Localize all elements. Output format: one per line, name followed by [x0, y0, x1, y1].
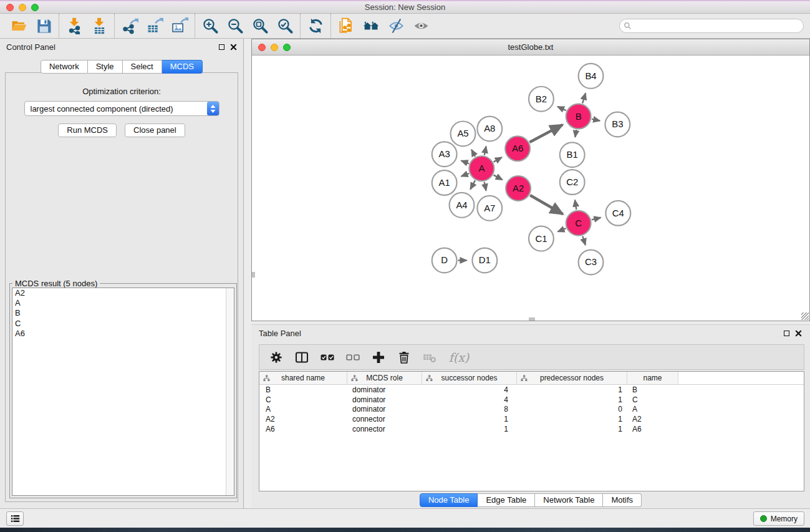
task-history-button[interactable]: [6, 511, 24, 526]
home-view-button[interactable]: [359, 16, 383, 37]
mcds-result-item[interactable]: A6: [12, 329, 234, 339]
table-row[interactable]: Bdominator41B: [259, 385, 804, 395]
network-close-button[interactable]: [258, 44, 266, 51]
graph-node-B3[interactable]: B3: [605, 112, 630, 137]
graph-edge-A2-C[interactable]: [530, 195, 563, 214]
tab-motifs[interactable]: Motifs: [603, 493, 642, 507]
table-row[interactable]: Adominator80A: [259, 405, 804, 415]
graph-node-B4[interactable]: B4: [579, 64, 604, 89]
hide-panel-button[interactable]: [383, 16, 408, 37]
graph-node-A[interactable]: A: [469, 156, 494, 181]
tab-network[interactable]: Network: [41, 60, 88, 74]
export-table-button[interactable]: [142, 16, 167, 37]
result-scrollbar[interactable]: [226, 288, 234, 495]
split-table-view-button[interactable]: [291, 347, 312, 368]
column-header-successor-nodes[interactable]: successor nodes: [422, 372, 517, 384]
mcds-result-item[interactable]: A2: [12, 288, 234, 298]
zoom-fit-button[interactable]: [248, 16, 272, 37]
graph-node-A4[interactable]: A4: [450, 193, 475, 218]
mcds-result-item[interactable]: A: [12, 298, 234, 308]
memory-button[interactable]: Memory: [753, 511, 804, 526]
graph-node-C2[interactable]: C2: [560, 170, 585, 195]
mcds-result-item[interactable]: B: [12, 308, 234, 318]
graph-edge-A-A8[interactable]: [485, 147, 486, 155]
column-header-predecessor-nodes[interactable]: predecessor nodes: [517, 372, 627, 384]
mcds-result-item[interactable]: C: [12, 319, 234, 329]
refresh-layout-button[interactable]: [303, 16, 328, 37]
zoom-selected-button[interactable]: [272, 16, 297, 37]
tab-style[interactable]: Style: [88, 60, 123, 74]
settings-gear-button[interactable]: [266, 347, 287, 368]
new-network-from-selection-button[interactable]: [334, 16, 359, 37]
column-header-name[interactable]: name: [627, 372, 678, 384]
run-mcds-button[interactable]: Run MCDS: [58, 123, 117, 137]
export-network-button[interactable]: [117, 16, 142, 37]
graph-node-D1[interactable]: D1: [472, 248, 497, 273]
column-header-shared-name[interactable]: shared name: [259, 372, 347, 384]
table-row[interactable]: A2connector11A2: [259, 414, 804, 424]
zoom-in-button[interactable]: [198, 16, 223, 37]
graph-edge-A6-B[interactable]: [529, 125, 562, 142]
maximize-window-button[interactable]: [31, 4, 39, 11]
graph-node-C1[interactable]: C1: [529, 226, 554, 251]
minimize-window-button[interactable]: [19, 4, 26, 11]
delete-table-button[interactable]: [419, 347, 440, 368]
deselect-all-checkboxes-button[interactable]: [342, 347, 364, 368]
import-table-button[interactable]: [87, 16, 112, 37]
table-row[interactable]: Cdominator41C: [259, 395, 804, 405]
bottom-divider-handle[interactable]: [529, 317, 535, 321]
close-panel-button[interactable]: Close panel: [125, 123, 185, 137]
zoom-out-button[interactable]: [223, 16, 248, 37]
float-table-panel-icon[interactable]: [784, 331, 789, 336]
graph-node-A6[interactable]: A6: [505, 136, 530, 161]
network-window-titlebar[interactable]: testGlobe.txt: [252, 39, 809, 56]
close-window-button[interactable]: [6, 4, 14, 11]
graph-node-C3[interactable]: C3: [579, 250, 604, 275]
network-maximize-button[interactable]: [283, 44, 291, 51]
save-session-button[interactable]: [31, 16, 56, 37]
graph-edge-C-C2[interactable]: [575, 200, 576, 210]
tab-node-table[interactable]: Node Table: [420, 493, 478, 507]
close-table-panel-icon[interactable]: [795, 330, 802, 337]
tab-edge-table[interactable]: Edge Table: [478, 493, 535, 507]
import-network-button[interactable]: [62, 16, 87, 37]
graph-node-A2[interactable]: A2: [506, 176, 531, 201]
graph-edge-B-B4[interactable]: [582, 93, 586, 103]
network-canvas[interactable]: B4B2BB3A8A5A6A3B1AA1C2A2A4A7C4CC1DD1C3: [253, 56, 809, 320]
graph-node-B[interactable]: B: [566, 104, 591, 129]
delete-column-button[interactable]: [393, 347, 415, 368]
graph-node-A7[interactable]: A7: [477, 196, 502, 221]
graph-node-B2[interactable]: B2: [529, 87, 554, 112]
close-panel-icon[interactable]: [230, 44, 237, 51]
graph-edge-C-C1[interactable]: [558, 228, 566, 231]
graph-edge-A-A3[interactable]: [461, 161, 469, 164]
open-session-button[interactable]: [6, 16, 31, 37]
select-all-checkboxes-button[interactable]: [317, 347, 338, 368]
graph-node-A8[interactable]: A8: [477, 117, 502, 142]
left-divider-handle[interactable]: [252, 272, 255, 278]
graph-edge-A-A2[interactable]: [494, 175, 503, 180]
search-input[interactable]: [632, 21, 803, 32]
graph-node-C4[interactable]: C4: [605, 201, 630, 226]
column-header-mcds-role[interactable]: MCDS role: [347, 372, 422, 384]
graph-node-C[interactable]: C: [566, 211, 591, 236]
graph-edge-C-C3[interactable]: [582, 236, 585, 245]
add-column-button[interactable]: [368, 347, 389, 368]
graph-edge-B-B2[interactable]: [557, 107, 566, 110]
graph-node-D[interactable]: D: [432, 248, 457, 273]
float-panel-icon[interactable]: [219, 44, 224, 50]
graph-node-A3[interactable]: A3: [432, 142, 457, 167]
search-box[interactable]: [619, 19, 804, 33]
graph-edge-A-A5[interactable]: [471, 150, 475, 157]
function-builder-button[interactable]: f(x): [445, 347, 473, 368]
graph-edge-B-B3[interactable]: [592, 119, 600, 121]
show-panel-button[interactable]: [408, 16, 433, 37]
graph-node-B1[interactable]: B1: [560, 142, 585, 167]
network-minimize-button[interactable]: [271, 44, 278, 51]
graph-node-A5[interactable]: A5: [451, 122, 476, 147]
table-row[interactable]: A6connector11A6: [259, 424, 804, 434]
graph-edge-A-A4[interactable]: [470, 180, 475, 189]
tab-select[interactable]: Select: [123, 60, 162, 74]
graph-node-A1[interactable]: A1: [432, 170, 457, 195]
graph-edge-A-A6[interactable]: [494, 157, 502, 162]
